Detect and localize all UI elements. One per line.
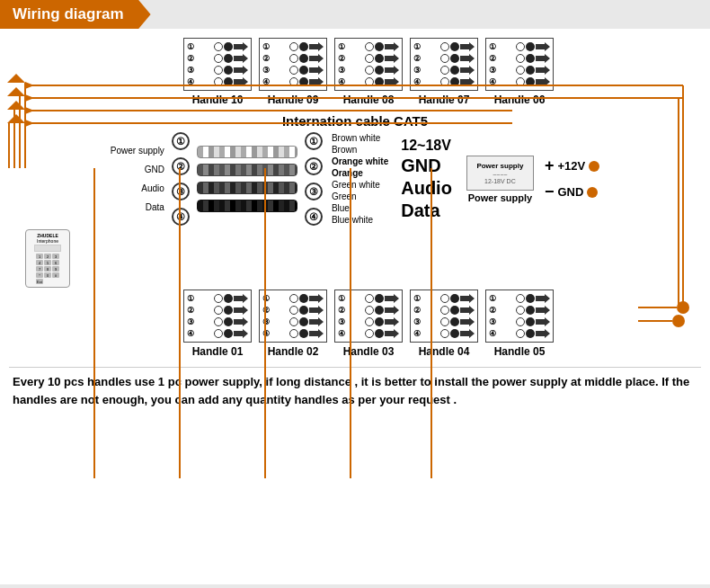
handle-04-label: Handle 04 [419, 345, 470, 358]
svg-marker-78 [309, 294, 324, 303]
label-power-supply: Power supply [111, 146, 164, 156]
handle-02-box: ① ② ③ ④ [259, 290, 327, 343]
left-labels: Power supply GND Audio Data [111, 146, 164, 212]
svg-marker-90 [536, 294, 550, 303]
handle-08-unit: ① ② ③ ④ Handle 08 [334, 38, 403, 106]
svg-marker-54 [234, 42, 248, 51]
middle-section: ZHUDELE Interphone 123 456 789 *0# Ext [25, 229, 701, 288]
svg-marker-84 [385, 317, 399, 326]
top-handles-row: ① ② ③ ④ Handle 10 ① ② ③ ④ Handle 09 [36, 34, 701, 106]
svg-marker-63 [385, 54, 399, 63]
handle-08-box: ① ② ③ ④ [334, 38, 403, 91]
handle-05-unit: ① ② ③ ④ Handle 05 [485, 290, 554, 358]
handle-03-unit: ① ② ③ ④ Handle 03 [334, 290, 403, 358]
svg-marker-62 [385, 42, 399, 51]
minus-label: GND [557, 185, 583, 199]
handle-04-box: ① ② ③ ④ [410, 290, 478, 343]
svg-marker-83 [385, 306, 399, 315]
svg-marker-61 [309, 77, 324, 86]
svg-marker-70 [536, 42, 550, 51]
ps-label: Power supply [468, 192, 533, 203]
handle-01-box: ① ② ③ ④ [183, 290, 252, 343]
handle-10-box: ① ② ③ ④ [183, 38, 252, 91]
handle-06-box: ① ② ③ ④ [485, 38, 554, 91]
handle-07-label: Handle 07 [419, 94, 470, 106]
svg-marker-77 [234, 329, 248, 338]
svg-marker-68 [460, 66, 475, 75]
gnd-big: GND [401, 156, 452, 176]
handle-09-box: ① ② ③ ④ [259, 38, 327, 91]
minus-dot [587, 187, 598, 198]
label-audio: Audio [141, 183, 164, 193]
handle-07-box: ① ② ③ ④ [410, 38, 478, 91]
handle-05-box: ① ② ③ ④ [485, 290, 554, 343]
label-gnd: GND [145, 165, 164, 174]
device-model: Interphone [37, 238, 58, 244]
svg-marker-6 [7, 101, 25, 110]
right-color-labels: Brown white Brown Orange white Orange Gr… [332, 133, 388, 225]
svg-marker-92 [536, 317, 550, 326]
label-data: Data [146, 202, 164, 212]
svg-marker-12 [25, 82, 34, 89]
svg-marker-13 [25, 94, 34, 102]
handle-08-label: Handle 08 [343, 94, 395, 106]
handle-09-unit: ① ② ③ ④ Handle 09 [259, 38, 327, 106]
handle-10-unit: ① ② ③ ④ Handle 10 [183, 38, 252, 106]
plus-sign: + [545, 156, 555, 175]
color-green-white: Green white [332, 180, 388, 190]
svg-marker-67 [460, 54, 475, 63]
handle-06-unit: ① ② ③ ④ Handle 06 [485, 38, 554, 106]
page: Wiring diagram [0, 0, 710, 588]
voltage-label: 12~18V [401, 138, 452, 154]
color-orange: Orange [332, 168, 388, 178]
svg-marker-5 [7, 87, 25, 96]
cable-wires [193, 142, 301, 216]
handle-02-unit: ① ② ③ ④ Handle 02 [259, 290, 327, 358]
data-big: Data [401, 200, 452, 221]
svg-marker-59 [309, 54, 324, 63]
svg-marker-56 [234, 66, 248, 75]
bottom-handles-row: ① ② ③ ④ Handle 01 ① ② ③ ④ Handle 02 [36, 290, 701, 358]
handle-04-unit: ① ② ③ ④ Handle 04 [410, 290, 478, 358]
handle-01-unit: ① ② ③ ④ Handle 01 [183, 290, 252, 358]
svg-marker-76 [234, 317, 248, 326]
svg-marker-72 [536, 66, 550, 75]
color-brown-white: Brown white [332, 133, 388, 143]
svg-marker-71 [536, 54, 550, 63]
handle-01-label: Handle 01 [192, 345, 244, 358]
handle-07-unit: ① ② ③ ④ Handle 07 [410, 38, 478, 106]
svg-marker-80 [309, 317, 324, 326]
color-green: Green [332, 192, 388, 201]
handle-10-label: Handle 10 [192, 94, 244, 106]
svg-marker-55 [234, 54, 248, 63]
svg-marker-74 [234, 294, 248, 303]
svg-marker-79 [309, 306, 324, 315]
svg-marker-66 [460, 42, 475, 51]
handle-02-label: Handle 02 [268, 345, 319, 358]
power-supply-area: Power supply ~~~~ 12-18V DC Power supply [466, 156, 534, 203]
pm-section: + +12V − GND [545, 156, 599, 201]
footnote: Every 10 pcs handles use 1 pc power supp… [9, 367, 701, 408]
svg-marker-65 [385, 77, 399, 86]
minus-sign: − [545, 183, 555, 201]
left-numbers: ① ② ③ ④ [172, 132, 190, 226]
color-blue: Blue [332, 203, 388, 213]
svg-marker-89 [460, 329, 475, 338]
svg-marker-75 [234, 306, 248, 315]
svg-marker-82 [385, 294, 399, 303]
color-brown: Brown [332, 145, 388, 155]
cable-title: Internation cable CAT5 [282, 113, 428, 129]
svg-marker-93 [536, 329, 550, 338]
svg-marker-64 [385, 66, 399, 75]
color-blue-white: Blue white [332, 215, 388, 225]
svg-marker-4 [7, 74, 25, 83]
svg-marker-88 [460, 317, 475, 326]
svg-marker-86 [460, 294, 475, 303]
big-labels: 12~18V GND Audio Data [401, 138, 452, 221]
svg-marker-58 [309, 42, 324, 51]
svg-marker-85 [385, 329, 399, 338]
device-screen [34, 245, 61, 252]
plus-label: +12V [557, 159, 585, 173]
cable-section: Internation cable CAT5 Power supply GND … [9, 113, 701, 226]
handle-05-label: Handle 05 [494, 345, 546, 358]
